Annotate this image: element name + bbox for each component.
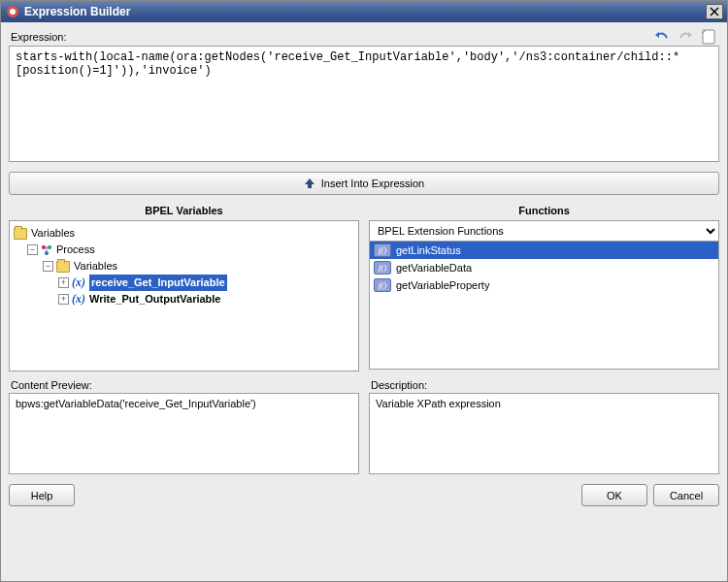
folder-icon: [14, 228, 27, 240]
process-icon: [41, 244, 52, 256]
content-preview-box: bpws:getVariableData('receive_Get_InputV…: [9, 393, 359, 474]
function-category-select[interactable]: BPEL Extension Functions: [369, 220, 719, 242]
function-getvariabledata[interactable]: f() getVariableData: [370, 259, 718, 276]
content-preview-label: Content Preview:: [11, 379, 359, 391]
function-getlinkstatus[interactable]: f() getLinkStatus: [370, 242, 718, 259]
description-box: Variable XPath expression: [369, 393, 719, 474]
tree-expand-icon[interactable]: +: [58, 294, 69, 305]
arrow-up-icon: [304, 178, 315, 189]
help-button[interactable]: Help: [9, 484, 75, 506]
svg-rect-4: [703, 30, 714, 44]
tree-var-receive-get-inputvariable[interactable]: + (x) receive_Get_InputVariable: [12, 275, 356, 291]
variables-tree-panel: Variables − Process − Variables: [9, 220, 359, 372]
insert-button-label: Insert Into Expression: [321, 178, 424, 189]
tree-collapse-icon[interactable]: −: [27, 244, 38, 255]
tree-root-variables[interactable]: Variables: [12, 225, 356, 242]
app-icon: [5, 4, 20, 19]
cancel-button[interactable]: Cancel: [653, 484, 719, 506]
bpel-variables-header: BPEL Variables: [9, 201, 359, 220]
svg-point-1: [10, 9, 16, 15]
function-icon: f(): [374, 243, 391, 257]
function-icon: f(): [374, 261, 391, 275]
window-close-button[interactable]: [706, 4, 723, 19]
expression-textarea[interactable]: starts-with(local-name(ora:getNodes('rec…: [9, 46, 719, 162]
description-label: Description:: [371, 379, 719, 391]
functions-header: Functions: [369, 201, 719, 220]
tree-node-variables[interactable]: − Variables: [12, 258, 356, 275]
tree-collapse-icon[interactable]: −: [43, 261, 53, 272]
folder-icon: [56, 261, 70, 273]
tree-node-process[interactable]: − Process: [12, 242, 356, 258]
title-bar: Expression Builder: [1, 1, 727, 22]
clear-icon[interactable]: [700, 28, 717, 46]
variable-icon: (x): [72, 291, 85, 307]
ok-button[interactable]: OK: [581, 484, 647, 506]
redo-icon[interactable]: [677, 28, 694, 46]
expression-label: Expression:: [11, 31, 653, 43]
undo-icon[interactable]: [653, 28, 671, 46]
function-getvariableproperty[interactable]: f() getVariableProperty: [370, 276, 718, 294]
insert-into-expression-button[interactable]: Insert Into Expression: [9, 172, 719, 195]
function-list: f() getLinkStatus f() getVariableData f(…: [369, 242, 719, 370]
function-icon: f(): [374, 278, 391, 292]
tree-expand-icon[interactable]: +: [58, 277, 69, 288]
variable-icon: (x): [72, 275, 85, 291]
tree-var-write-put-outputvariable[interactable]: + (x) Write_Put_OutputVariable: [12, 291, 356, 307]
window-title: Expression Builder: [24, 5, 130, 18]
